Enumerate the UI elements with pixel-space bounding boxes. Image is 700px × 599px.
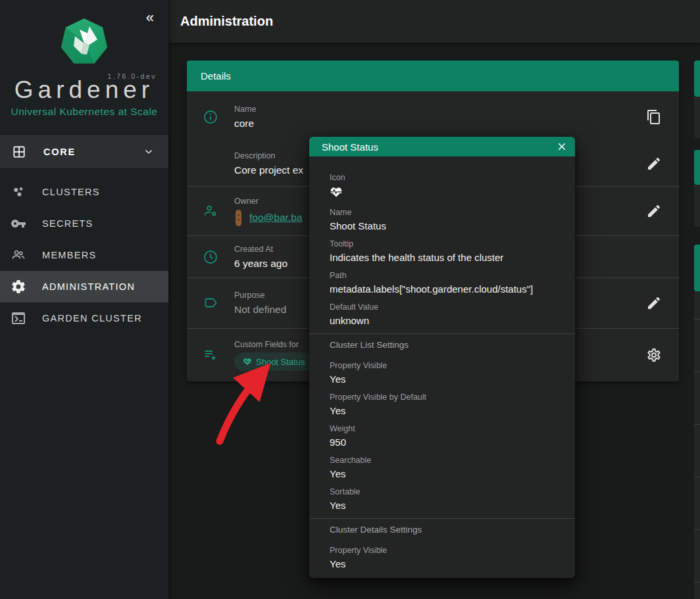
popup-title: Shoot Status xyxy=(322,141,556,153)
field-label: Path xyxy=(330,270,564,281)
owner-avatar xyxy=(234,209,243,227)
collapse-sidebar-icon[interactable]: « xyxy=(146,11,154,25)
settings-gear-icon[interactable] xyxy=(646,347,662,363)
edit-pencil-icon[interactable] xyxy=(646,295,662,311)
field-value: unknown xyxy=(330,314,564,327)
details-card-header: Details xyxy=(187,60,679,91)
clock-icon xyxy=(203,249,218,265)
edit-pencil-icon[interactable] xyxy=(646,156,662,172)
clusters-icon xyxy=(11,184,26,200)
sidebar-item-label: SECRETS xyxy=(42,218,93,229)
field-label: Property Visible by Default xyxy=(330,392,564,402)
cutoff-card-body xyxy=(694,185,700,227)
copy-icon[interactable] xyxy=(646,109,662,125)
info-icon xyxy=(203,109,218,125)
popup-field: Weight 950 xyxy=(330,423,564,449)
tag-icon xyxy=(203,295,218,311)
field-value: Indicates the health status of the clust… xyxy=(330,251,564,264)
divider xyxy=(309,518,575,519)
field-value: core xyxy=(234,117,679,130)
sidebar-item-label: GARDEN CLUSTER xyxy=(42,313,142,323)
key-icon xyxy=(11,216,26,231)
popup-field-name: Name Shoot Status xyxy=(330,207,564,233)
manage-accounts-icon xyxy=(203,203,218,219)
popup-field: Property Visible by Default Yes xyxy=(330,392,564,418)
sidebar-section-core[interactable]: CORE xyxy=(0,134,168,169)
playlist-star-icon xyxy=(203,347,218,363)
terminal-icon xyxy=(11,310,26,326)
right-column-cards xyxy=(694,0,700,599)
popup-field: Searchable Yes xyxy=(330,455,564,481)
shoot-status-popup: Shoot Status Icon Name Shoot Status Tool… xyxy=(309,137,575,578)
field-label: Name xyxy=(234,104,679,114)
sidebar-item-secrets[interactable]: SECRETS xyxy=(0,208,168,239)
gardener-logo xyxy=(60,17,109,67)
field-value: Yes xyxy=(330,558,564,571)
field-label: Default Value xyxy=(330,302,564,312)
popup-field-icon: Icon xyxy=(330,172,564,201)
popup-field-tooltip: Tooltip Indicates the health status of t… xyxy=(330,239,564,264)
field-value: 950 xyxy=(330,436,564,449)
field-label: Weight xyxy=(330,423,564,434)
edit-pencil-icon[interactable] xyxy=(646,203,662,219)
chevron-down-icon xyxy=(142,145,155,158)
field-label: Searchable xyxy=(330,455,564,466)
cutoff-card-body xyxy=(694,291,700,599)
popup-field-path: Path metadata.labels["shoot.gardener.clo… xyxy=(330,270,564,296)
cutoff-card-header xyxy=(694,245,700,291)
grid-icon xyxy=(12,145,26,159)
shoot-status-chip[interactable]: Shoot Status xyxy=(234,352,313,371)
popup-field: Property Visible Yes xyxy=(330,360,564,386)
sidebar-item-label: MEMBERS xyxy=(42,250,96,260)
divider xyxy=(309,333,575,334)
brand-name: Gardener xyxy=(0,76,168,104)
heart-pulse-icon xyxy=(330,185,343,199)
section-header: Cluster Details Settings xyxy=(330,524,564,535)
field-label: Name xyxy=(330,207,564,218)
card-title: Details xyxy=(201,70,231,82)
field-value: Shoot Status xyxy=(330,220,564,233)
page-title: Administration xyxy=(180,14,273,29)
field-value: Yes xyxy=(330,373,564,386)
field-label: Icon xyxy=(330,172,564,183)
sidebar-item-label: ADMINISTRATION xyxy=(42,281,135,292)
field-value: Yes xyxy=(330,499,564,512)
field-label: Sortable xyxy=(330,487,564,497)
sidebar-item-label: CLUSTERS xyxy=(42,187,100,197)
field-label: Tooltip xyxy=(330,239,564,249)
popup-field: Sortable Yes xyxy=(330,487,564,512)
section-header: Cluster List Settings xyxy=(330,339,564,350)
top-bar: Administration xyxy=(168,0,700,43)
cutoff-card-body xyxy=(694,97,700,138)
owner-email-link[interactable]: foo@bar.ba xyxy=(249,212,302,224)
field-value: metadata.labels["shoot.gardener.cloud/st… xyxy=(330,283,564,296)
chip-label: Shoot Status xyxy=(256,357,305,367)
field-label: Property Visible xyxy=(330,545,564,556)
popup-body: Icon Name Shoot Status Tooltip Indicates… xyxy=(309,156,575,571)
popup-header: Shoot Status xyxy=(309,137,575,156)
members-icon xyxy=(11,247,26,263)
cutoff-card-header xyxy=(694,150,700,185)
field-value: Yes xyxy=(330,467,564,481)
popup-field-default-value: Default Value unknown xyxy=(330,302,564,327)
sidebar-item-members[interactable]: MEMBERS xyxy=(0,239,168,271)
sidebar-item-clusters[interactable]: CLUSTERS xyxy=(0,176,168,208)
name-row: Name core xyxy=(187,92,679,141)
field-label: Property Visible xyxy=(330,360,564,371)
sidebar-item-administration[interactable]: ADMINISTRATION xyxy=(0,271,168,302)
cutoff-card-header xyxy=(694,60,700,97)
brand-tagline: Universal Kubernetes at Scale xyxy=(0,106,168,118)
sidebar-item-garden-cluster[interactable]: GARDEN CLUSTER xyxy=(0,302,168,334)
gear-icon xyxy=(11,279,26,295)
popup-field: Property Visible Yes xyxy=(330,545,564,571)
sidebar: « 1.76.0-dev Gardener Universal Kubernet… xyxy=(0,0,168,599)
section-label: CORE xyxy=(43,147,142,157)
field-value: Yes xyxy=(330,404,564,418)
sidebar-menu: CLUSTERS SECRETS MEMBERS ADMINISTRATION xyxy=(0,176,168,334)
heart-pulse-icon xyxy=(243,357,252,366)
close-icon[interactable] xyxy=(556,141,568,153)
